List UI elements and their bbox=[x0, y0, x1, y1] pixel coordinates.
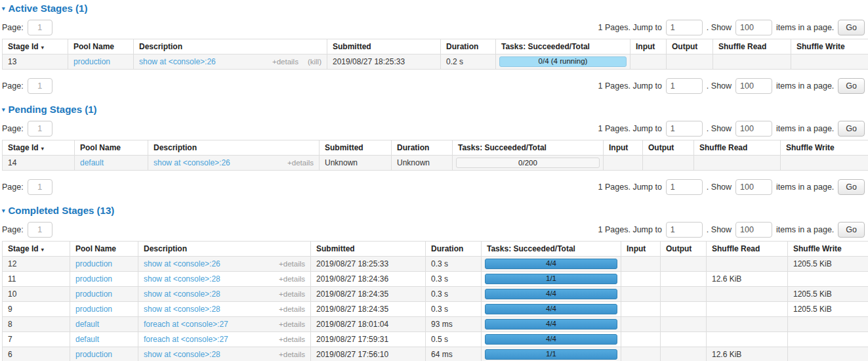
jump-to-page-input[interactable] bbox=[666, 222, 703, 238]
column-header-output[interactable]: Output bbox=[667, 39, 713, 54]
pool-name-link[interactable]: production bbox=[75, 305, 112, 314]
pool-name-link[interactable]: default bbox=[75, 335, 99, 344]
stage-description-link[interactable]: foreach at <console>:27 bbox=[144, 335, 228, 344]
stage-description-link[interactable]: show at <console>:26 bbox=[154, 158, 230, 167]
column-header-stage_id[interactable]: Stage Id▾ bbox=[3, 39, 68, 54]
column-header-submitted[interactable]: Submitted bbox=[327, 39, 441, 54]
details-toggle-link[interactable]: +details bbox=[279, 335, 305, 343]
column-header-stage_id[interactable]: Stage Id▾ bbox=[3, 140, 75, 156]
column-header-description[interactable]: Description bbox=[134, 39, 327, 54]
pool-name-cell: production bbox=[70, 257, 138, 272]
column-header-duration[interactable]: Duration bbox=[392, 140, 453, 156]
items-per-page-input[interactable] bbox=[735, 222, 772, 238]
details-toggle-link[interactable]: +details bbox=[279, 260, 305, 268]
column-header-pool[interactable]: Pool Name bbox=[68, 39, 134, 54]
column-header-duration[interactable]: Duration bbox=[441, 39, 496, 54]
column-header-output[interactable]: Output bbox=[661, 242, 707, 257]
pool-name-link[interactable]: production bbox=[75, 274, 112, 284]
go-button[interactable]: Go bbox=[838, 179, 865, 195]
details-toggle-link[interactable]: +details bbox=[279, 290, 305, 298]
items-per-page-input[interactable] bbox=[735, 20, 772, 35]
sort-descending-icon: ▾ bbox=[41, 146, 44, 152]
details-toggle-link[interactable]: +details bbox=[287, 159, 314, 167]
jump-to-page-input[interactable] bbox=[666, 20, 703, 35]
items-per-page-input[interactable] bbox=[735, 78, 772, 94]
stage-description-link[interactable]: show at <console>:26 bbox=[139, 57, 216, 66]
page-number-input[interactable] bbox=[28, 78, 52, 94]
items-per-page-input[interactable] bbox=[735, 121, 772, 137]
go-button[interactable]: Go bbox=[838, 20, 865, 35]
input-cell bbox=[621, 287, 661, 302]
pool-name-link[interactable]: default bbox=[80, 158, 104, 167]
pool-name-link[interactable]: production bbox=[75, 350, 112, 359]
tasks-progress-cell: 1/1 bbox=[482, 347, 621, 361]
column-header-tasks[interactable]: Tasks: Succeeded/Total bbox=[482, 242, 621, 257]
column-header-shuffle_read[interactable]: Shuffle Read bbox=[694, 140, 781, 156]
jump-to-page-input[interactable] bbox=[666, 121, 703, 137]
jump-to-page-input[interactable] bbox=[666, 78, 703, 94]
go-button[interactable]: Go bbox=[838, 222, 865, 238]
column-header-shuffle_write[interactable]: Shuffle Write bbox=[788, 242, 868, 257]
pool-name-link[interactable]: production bbox=[75, 259, 112, 268]
column-header-tasks[interactable]: Tasks: Succeeded/Total bbox=[496, 39, 630, 54]
stage-description-link[interactable]: show at <console>:26 bbox=[144, 259, 220, 268]
duration-cell: 0.5 s bbox=[426, 332, 482, 347]
stage-row: 14defaultshow at <console>:26+detailsUnk… bbox=[3, 156, 868, 171]
details-toggle-link[interactable]: +details bbox=[279, 305, 305, 313]
column-header-submitted[interactable]: Submitted bbox=[311, 242, 426, 257]
column-header-output[interactable]: Output bbox=[643, 140, 694, 156]
completed-stages-heading[interactable]: ▾Completed Stages (13) bbox=[2, 205, 866, 217]
pool-name-link[interactable]: default bbox=[75, 320, 99, 329]
details-toggle-link[interactable]: +details bbox=[272, 58, 299, 66]
column-header-tasks[interactable]: Tasks: Succeeded/Total bbox=[453, 140, 604, 156]
output-cell bbox=[661, 347, 707, 361]
items-per-page-label: items in a page. bbox=[776, 182, 834, 192]
column-header-input[interactable]: Input bbox=[621, 242, 661, 257]
go-button[interactable]: Go bbox=[838, 121, 865, 137]
submitted-cell: 2019/08/27 17:59:31 bbox=[311, 332, 426, 347]
page-number-input[interactable] bbox=[28, 20, 52, 35]
kill-stage-link[interactable]: (kill) bbox=[308, 58, 321, 66]
page-label: Page: bbox=[2, 182, 24, 192]
details-toggle-link[interactable]: +details bbox=[279, 350, 305, 358]
column-header-duration[interactable]: Duration bbox=[426, 242, 482, 257]
stage-description-link[interactable]: show at <console>:28 bbox=[144, 305, 220, 314]
tasks-progress-bar: 1/1 bbox=[485, 274, 617, 284]
tasks-progress-cell: 4/4 bbox=[482, 317, 621, 332]
stage-description-link[interactable]: show at <console>:28 bbox=[144, 274, 220, 284]
pool-name-link[interactable]: production bbox=[73, 57, 110, 66]
show-label: . Show bbox=[707, 81, 732, 91]
column-header-shuffle_read[interactable]: Shuffle Read bbox=[707, 242, 788, 257]
column-header-pool[interactable]: Pool Name bbox=[70, 242, 138, 257]
shuffle-read-cell bbox=[694, 156, 781, 171]
page-number-input[interactable] bbox=[28, 179, 52, 195]
page-label: Page: bbox=[2, 225, 24, 234]
stage-description-link[interactable]: foreach at <console>:27 bbox=[144, 320, 228, 329]
pool-name-link[interactable]: production bbox=[75, 289, 112, 299]
column-header-shuffle_write[interactable]: Shuffle Write bbox=[791, 39, 868, 54]
details-toggle-link[interactable]: +details bbox=[279, 275, 305, 283]
page-number-input[interactable] bbox=[28, 121, 52, 137]
column-header-pool[interactable]: Pool Name bbox=[75, 140, 148, 156]
column-header-description[interactable]: Description bbox=[148, 140, 320, 156]
column-header-input[interactable]: Input bbox=[604, 140, 643, 156]
column-header-description[interactable]: Description bbox=[138, 242, 311, 257]
go-button[interactable]: Go bbox=[838, 78, 865, 94]
tasks-progress-cell: 4/4 bbox=[482, 287, 621, 302]
stage-description-link[interactable]: show at <console>:28 bbox=[144, 350, 220, 359]
duration-cell: 0.3 s bbox=[426, 287, 482, 302]
column-header-stage_id[interactable]: Stage Id▾ bbox=[3, 242, 70, 257]
column-header-input[interactable]: Input bbox=[630, 39, 667, 54]
details-toggle-link[interactable]: +details bbox=[279, 320, 305, 328]
active-stages-heading[interactable]: ▾Active Stages (1) bbox=[2, 3, 866, 14]
duration-cell: 64 ms bbox=[426, 347, 482, 361]
page-number-input[interactable] bbox=[28, 222, 52, 238]
items-per-page-input[interactable] bbox=[735, 179, 772, 195]
column-header-shuffle_write[interactable]: Shuffle Write bbox=[781, 140, 868, 156]
jump-to-page-input[interactable] bbox=[666, 179, 703, 195]
column-header-submitted[interactable]: Submitted bbox=[320, 140, 392, 156]
pending-stages-heading[interactable]: ▾Pending Stages (1) bbox=[2, 104, 866, 116]
column-header-shuffle_read[interactable]: Shuffle Read bbox=[713, 39, 791, 54]
stage-description-link[interactable]: show at <console>:28 bbox=[144, 289, 220, 299]
input-cell bbox=[621, 332, 661, 347]
